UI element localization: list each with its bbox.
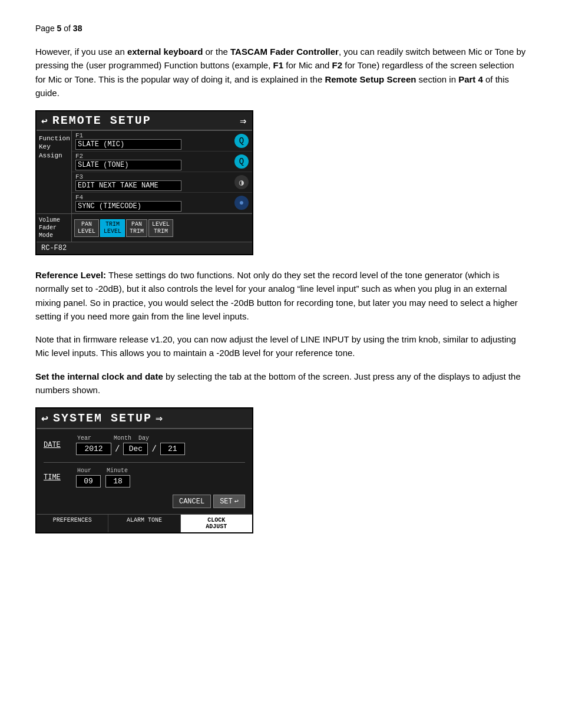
function-key-label: FunctionKeyAssign [37,131,72,213]
day-sublabel: Day [138,435,156,442]
volume-fader-mode-row: VolumeFaderMode PANLEVEL TRIMLEVEL PANTR… [37,213,252,242]
hour-sublabel: Hour [77,467,107,474]
system-setup-header: ↩ SYSTEM SETUP ⇒ [37,409,252,429]
paragraph-4: Set the internal clock and date by selec… [35,370,527,397]
remote-setup-footer: RC-F82 [37,242,252,254]
minute-sublabel: Minute [107,467,131,474]
page-current: 5 [57,24,62,33]
remote-arrow-left: ↩ [41,114,49,127]
row-f1-icon: Q [234,134,249,148]
tab-clock-adjust[interactable]: CLOCKADJUST [181,515,252,532]
vfm-btn-pan-level[interactable]: PANLEVEL [74,219,99,237]
paragraph-3: Note that in firmware release v1.20, you… [35,332,527,360]
table-row: F4 SYNC (TIMECODE) ● [72,193,252,213]
system-setup-footer: PREFERENCES ALARM TONE CLOCKADJUST [37,514,252,532]
row-f1: F1 SLATE (MIC) [75,132,231,150]
vfm-btn-trim-level[interactable]: TRIMLEVEL [100,219,125,237]
time-inputs: Hour Minute 09 18 [76,467,245,487]
date-divider [44,462,245,463]
date-sublabels: Year Month Day [77,435,245,442]
date-sep-1: / [115,444,120,454]
set-button[interactable]: SET ↩ [213,495,245,508]
page-total: 38 [73,24,82,33]
date-values: 2012 / Dec / 21 [76,443,245,455]
row-f4-icon: ● [234,196,249,210]
time-values: 09 18 [76,475,245,487]
tab-alarm-tone[interactable]: ALARM TONE [108,515,180,532]
remote-setup-title: REMOTE SETUP [52,114,151,127]
month-value[interactable]: Dec [123,443,148,455]
date-inputs: Year Month Day 2012 / Dec / 21 [76,435,245,455]
month-sublabel: Month [114,435,138,442]
day-value[interactable]: 21 [160,443,185,455]
remote-arrow-right: ⇒ [240,114,247,127]
row-f3: F3 EDIT NEXT TAKE NAME [75,173,231,191]
row-f2-icon: Q [234,154,249,169]
vfm-btn-pan-trim[interactable]: PANTRIM [126,219,147,237]
table-row: F1 SLATE (MIC) Q [72,131,252,151]
minute-value[interactable]: 18 [105,475,130,487]
paragraph-1: However, if you use an external keyboard… [35,45,527,100]
year-sublabel: Year [77,435,114,442]
vfm-btn-level-trim[interactable]: LEVELTRIM [148,219,173,237]
remote-setup-body: FunctionKeyAssign F1 SLATE (MIC) Q F2 SL… [37,131,252,213]
date-field-group: DATE Year Month Day 2012 / Dec / 21 [44,435,245,455]
date-sep-2: / [151,444,156,454]
remote-setup-screen: ↩ REMOTE SETUP ⇒ FunctionKeyAssign F1 SL… [35,110,253,255]
row-f4: F4 SYNC (TIMECODE) [75,194,231,212]
system-setup-screen: ↩ SYSTEM SETUP ⇒ DATE Year Month Day 201… [35,407,253,533]
time-field-row: TIME Hour Minute 09 18 [44,467,245,487]
tab-preferences[interactable]: PREFERENCES [37,515,108,532]
year-value[interactable]: 2012 [76,443,111,455]
rc-model: RC-F82 [41,244,67,252]
hour-value[interactable]: 09 [76,475,101,487]
function-rows: F1 SLATE (MIC) Q F2 SLATE (TONE) Q F3 ED… [72,131,252,213]
action-buttons: CANCEL SET ↩ [44,495,245,508]
time-label: TIME [44,473,76,482]
date-label: DATE [44,441,76,449]
row-f2: F2 SLATE (TONE) [75,153,231,170]
date-field-row: DATE Year Month Day 2012 / Dec / 21 [44,435,245,455]
row-f3-icon: ◑ [234,175,249,189]
page-of: of [64,24,71,33]
system-setup-body: DATE Year Month Day 2012 / Dec / 21 [37,429,252,514]
system-arrow-right: ⇒ [156,411,164,426]
vfm-label: VolumeFaderMode [37,214,72,242]
cancel-button[interactable]: CANCEL [173,495,211,508]
system-setup-title: SYSTEM SETUP [53,411,152,425]
time-sublabels: Hour Minute [77,467,245,474]
table-row: F2 SLATE (TONE) Q [72,151,252,172]
page-label: Page [35,24,55,33]
vfm-buttons: PANLEVEL TRIMLEVEL PANTRIM LEVELTRIM [72,214,252,242]
set-icon: ↩ [234,497,239,506]
time-field-group: TIME Hour Minute 09 18 [44,467,245,487]
remote-setup-header: ↩ REMOTE SETUP ⇒ [37,111,252,131]
page-info: Page 5 of 38 [35,24,527,33]
table-row: F3 EDIT NEXT TAKE NAME ◑ [72,172,252,193]
system-arrow-left: ↩ [41,411,49,426]
paragraph-2: Reference Level: These settings do two f… [35,268,527,323]
